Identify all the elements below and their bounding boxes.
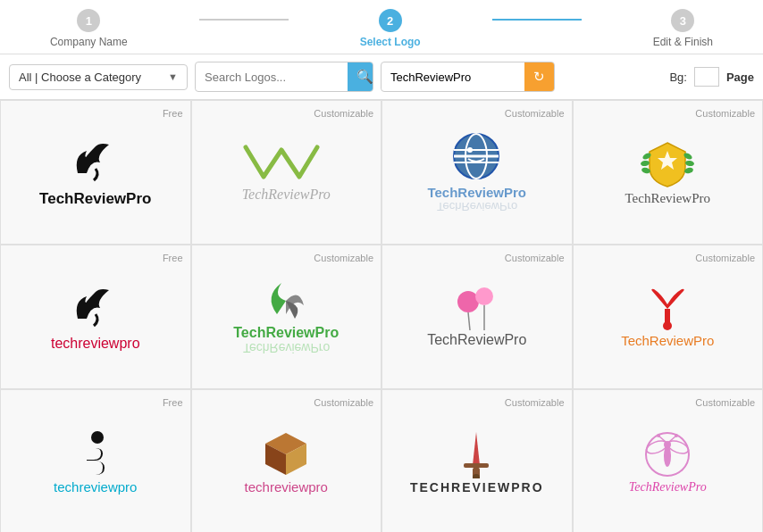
page-label: Page xyxy=(726,71,754,84)
logo-3-text: TechReviewPro xyxy=(427,185,526,200)
step-connector-1 xyxy=(199,19,289,21)
brand-input-wrap: ↻ xyxy=(381,62,555,92)
bg-label: Bg: xyxy=(669,71,687,84)
search-button[interactable]: 🔍 xyxy=(348,62,373,91)
logo-11-icon xyxy=(452,429,501,478)
logo-6-icon xyxy=(255,278,317,323)
logo-7-icon xyxy=(450,286,504,330)
toolbar: All | Choose a Category ▼ 🔍 ↻ Bg: Page xyxy=(0,54,763,100)
logo-4-text: TechReviewPro xyxy=(625,191,710,206)
logo-10-icon xyxy=(262,428,311,478)
logo-card-11[interactable]: Customizable TECHREVIEWPRO xyxy=(382,390,572,532)
logo-card-4[interactable]: Customizable TechReviewPro xyxy=(574,101,763,244)
step-2[interactable]: 2 Select Logo xyxy=(360,9,421,48)
logo-9-text: techreviewpro xyxy=(54,479,137,495)
badge-9: Free xyxy=(163,397,183,408)
toolbar-right: Bg: Page xyxy=(669,67,754,87)
brand-name-input[interactable] xyxy=(382,65,524,89)
logo-card-1[interactable]: Free TechReviewPro xyxy=(1,101,190,244)
steps-bar: 1 Company Name 2 Select Logo 3 Edit & Fi… xyxy=(0,0,763,54)
logo-10-text: techreviewpro xyxy=(245,479,328,495)
logo-8-icon xyxy=(643,287,692,331)
logo-6-text: TechReviewPro xyxy=(233,325,339,341)
svg-point-14 xyxy=(475,287,493,305)
logo-1-icon xyxy=(69,137,122,187)
badge-3: Customizable xyxy=(505,108,565,119)
logo-3-icon xyxy=(452,132,501,181)
logo-11-text: TECHREVIEWPRO xyxy=(410,480,544,495)
chevron-down-icon: ▼ xyxy=(168,71,178,82)
logo-12-text: TechReviewPro xyxy=(629,480,707,495)
step-2-label: Select Logo xyxy=(360,36,421,48)
category-dropdown[interactable]: All | Choose a Category ▼ xyxy=(9,64,188,90)
logo-card-6[interactable]: Customizable TechReviewPro TechReviewPro xyxy=(192,245,382,388)
logo-grid: Free TechReviewPro Customizable TechRevi… xyxy=(0,100,763,532)
step-3-circle: 3 xyxy=(671,9,694,32)
logo-card-12[interactable]: Customizable TechReviewPro xyxy=(574,390,763,532)
badge-7: Customizable xyxy=(505,253,565,263)
badge-11: Customizable xyxy=(505,397,565,408)
svg-point-18 xyxy=(663,321,672,330)
logo-3-reflect: TechReviewPro xyxy=(437,200,517,213)
svg-point-5 xyxy=(467,147,473,153)
search-input[interactable] xyxy=(196,65,348,89)
logo-card-8[interactable]: Customizable TechReviewPro xyxy=(574,245,763,388)
logo-9-icon xyxy=(71,428,120,478)
svg-point-11 xyxy=(685,160,694,167)
logo-12-icon xyxy=(641,429,694,478)
svg-point-34 xyxy=(657,434,660,437)
logo-1-text: TechReviewPro xyxy=(39,190,151,208)
logo-card-10[interactable]: Customizable techreviewpro xyxy=(192,390,382,532)
step-2-circle: 2 xyxy=(379,9,402,32)
badge-12: Customizable xyxy=(695,397,755,408)
logo-card-9[interactable]: Free techreviewpro xyxy=(1,390,190,532)
svg-point-30 xyxy=(664,445,671,467)
bg-color-swatch[interactable] xyxy=(694,67,719,87)
svg-point-8 xyxy=(641,160,650,167)
badge-2: Customizable xyxy=(314,108,373,119)
logo-2-icon xyxy=(241,143,331,183)
svg-line-15 xyxy=(468,312,470,330)
logo-6-reflect: TechReviewPro xyxy=(243,341,330,355)
badge-4: Customizable xyxy=(695,108,755,119)
refresh-button[interactable]: ↻ xyxy=(524,62,554,91)
badge-8: Customizable xyxy=(695,253,755,263)
search-icon: 🔍 xyxy=(356,69,373,85)
logo-4-icon xyxy=(641,138,694,187)
logo-2-text: TechReviewPro xyxy=(242,187,331,203)
badge-10: Customizable xyxy=(314,397,373,408)
badge-6: Customizable xyxy=(314,253,373,263)
step-1-label: Company Name xyxy=(50,36,128,48)
step-3[interactable]: 3 Edit & Finish xyxy=(653,9,713,48)
logo-card-7[interactable]: Customizable TechReviewPro xyxy=(382,245,572,388)
logo-5-icon xyxy=(69,283,122,332)
category-label: All | Choose a Category xyxy=(19,71,141,84)
logo-card-2[interactable]: Customizable TechReviewPro xyxy=(192,101,382,244)
badge-5: Free xyxy=(163,253,183,263)
logo-5-text: techreviewpro xyxy=(51,336,140,352)
refresh-icon: ↻ xyxy=(533,69,545,85)
step-3-label: Edit & Finish xyxy=(653,36,713,48)
step-1-circle: 1 xyxy=(77,9,100,32)
step-1[interactable]: 1 Company Name xyxy=(50,9,128,48)
svg-rect-24 xyxy=(464,463,489,468)
badge-1: Free xyxy=(163,108,183,119)
svg-point-35 xyxy=(675,434,678,437)
logo-8-text: TechReviewPro xyxy=(621,333,714,348)
logo-card-5[interactable]: Free techreviewpro xyxy=(1,245,190,388)
logo-card-3[interactable]: Customizable TechReviewPro TechReviewPro xyxy=(382,101,572,244)
search-box: 🔍 xyxy=(195,62,373,92)
step-connector-2 xyxy=(492,19,582,21)
logo-7-text: TechReviewPro xyxy=(427,332,526,348)
svg-point-19 xyxy=(91,431,104,444)
